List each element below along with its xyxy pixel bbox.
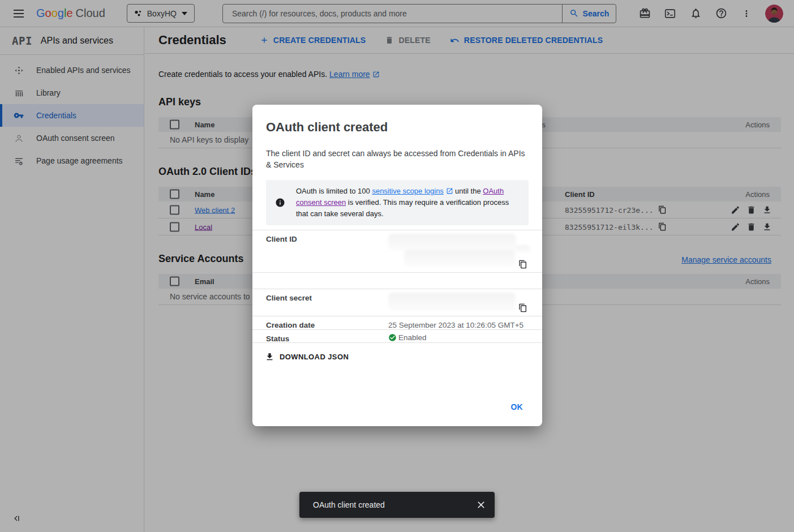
dialog-detail-rows: Client ID Client secret Creation date 2 xyxy=(252,230,542,343)
google-cloud-console: Google Cloud BoxyHQ Search xyxy=(0,0,794,532)
external-link-icon xyxy=(446,187,453,195)
close-icon[interactable] xyxy=(475,499,487,510)
oauth-client-created-dialog: OAuth client created The client ID and s… xyxy=(252,105,542,426)
copy-client-id-icon[interactable] xyxy=(518,260,527,269)
ok-button[interactable]: OK xyxy=(505,398,529,416)
notice-text: OAuth is limited to 100 sensitive scope … xyxy=(296,186,513,220)
dialog-title: OAuth client created xyxy=(266,120,529,135)
toast-snackbar: OAuth client created xyxy=(299,492,495,518)
notice-text-pre: OAuth is limited to 100 xyxy=(296,187,372,195)
redacted-value xyxy=(388,234,516,251)
client-secret-label: Client secret xyxy=(266,291,388,314)
download-json-label: DOWNLOAD JSON xyxy=(280,353,349,361)
creation-date-label: Creation date xyxy=(266,319,388,327)
dialog-notice: OAuth is limited to 100 sensitive scope … xyxy=(266,180,529,225)
client-id-label: Client ID xyxy=(266,233,388,270)
redacted-value xyxy=(404,250,515,267)
status-value: Enabled xyxy=(388,332,529,340)
notice-text-mid: until the xyxy=(453,187,483,195)
toast-message: OAuth client created xyxy=(313,500,385,509)
status-row: Status Enabled xyxy=(252,329,542,343)
redacted-value xyxy=(515,245,530,253)
dialog-spacer-row xyxy=(252,272,542,289)
client-id-value-redacted xyxy=(388,233,529,270)
download-json-button[interactable]: DOWNLOAD JSON xyxy=(259,349,354,365)
sensitive-scope-logins-link[interactable]: sensitive scope logins xyxy=(372,187,443,195)
creation-date-row: Creation date 25 September 2023 at 10:26… xyxy=(252,316,542,329)
download-icon xyxy=(265,352,274,362)
client-id-row: Client ID xyxy=(252,230,542,272)
status-text: Enabled xyxy=(398,333,427,342)
creation-date-value: 25 September 2023 at 10:26:05 GMT+5 xyxy=(388,319,529,327)
check-circle-icon xyxy=(388,333,397,342)
client-secret-row: Client secret xyxy=(252,289,542,316)
info-icon xyxy=(275,198,285,208)
client-secret-value-redacted xyxy=(388,291,529,314)
redacted-value xyxy=(388,293,516,311)
dialog-subtitle: The client ID and secret can always be a… xyxy=(266,148,529,170)
status-label: Status xyxy=(266,332,388,340)
copy-client-secret-icon[interactable] xyxy=(518,303,527,312)
